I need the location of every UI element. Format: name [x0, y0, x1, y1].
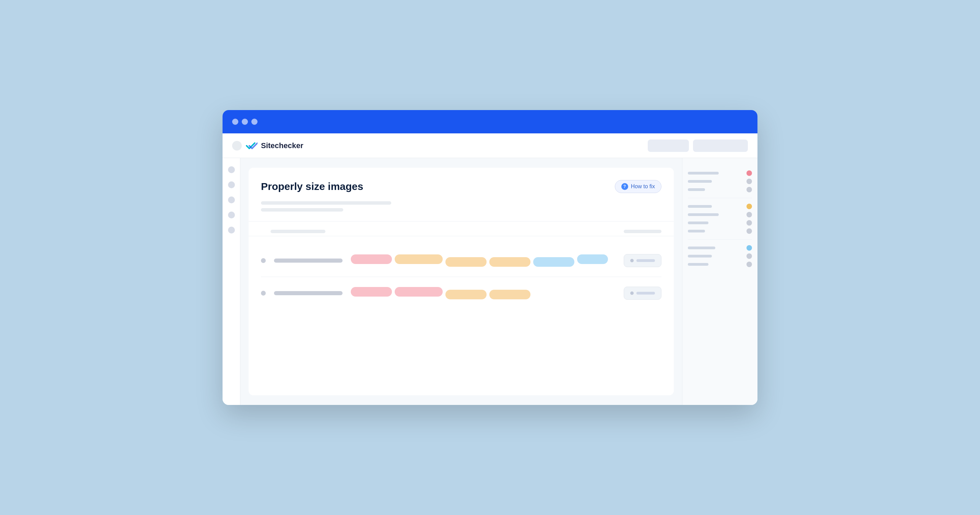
how-to-fix-button[interactable]: ? How to fix	[615, 180, 662, 193]
action-dot-1	[630, 259, 634, 262]
logo-area: Sitechecker	[232, 141, 642, 151]
right-bar	[688, 221, 708, 224]
traffic-light-minimize[interactable]	[242, 119, 248, 125]
right-dot-red	[746, 170, 752, 176]
how-to-fix-label: How to fix	[631, 183, 655, 190]
action-bar-2	[636, 292, 655, 294]
right-dot-orange	[746, 203, 752, 209]
right-section-3	[688, 240, 752, 273]
right-dot-gray	[746, 262, 752, 267]
sidebar-item-4[interactable]	[228, 211, 235, 218]
content-area: Properly size images ? How to fix	[240, 158, 682, 405]
page-title: Properly size images	[261, 181, 363, 192]
right-bar	[688, 246, 715, 249]
toolbar-button-2[interactable]	[693, 140, 748, 152]
sidebar-item-3[interactable]	[228, 197, 235, 203]
right-dot-gray	[746, 253, 752, 259]
right-item	[688, 170, 752, 176]
action-bar-1	[636, 259, 655, 262]
browser-window: Sitechecker Properl	[223, 110, 757, 405]
meta-lines	[261, 201, 662, 211]
row-action-button-1[interactable]	[624, 254, 662, 267]
row-tags-2	[351, 287, 616, 299]
right-bar	[688, 172, 719, 175]
right-panel	[682, 158, 757, 405]
traffic-light-close[interactable]	[232, 119, 238, 125]
right-item	[688, 179, 752, 184]
tag-pink-1	[351, 254, 392, 264]
sidebar	[223, 158, 240, 405]
tag-pink-3	[395, 287, 443, 297]
main-card: Properly size images ? How to fix	[248, 168, 674, 395]
right-item	[688, 262, 752, 267]
browser-titlebar	[223, 110, 757, 134]
divider-2	[248, 236, 674, 236]
logo-circle	[232, 141, 242, 151]
tag-blue-1	[533, 257, 574, 267]
tag-orange-2	[445, 257, 487, 267]
right-bar	[688, 188, 705, 191]
right-item	[688, 187, 752, 192]
table-row	[261, 245, 662, 277]
right-bar	[688, 205, 712, 208]
logo-check	[245, 141, 258, 151]
browser-content: Sitechecker Properl	[223, 134, 757, 405]
traffic-light-maximize[interactable]	[251, 119, 258, 125]
right-bar	[688, 263, 708, 266]
tag-blue-2	[577, 254, 608, 264]
tag-orange-1	[395, 254, 443, 264]
tag-pink-2	[351, 287, 392, 297]
right-section-2	[688, 198, 752, 240]
right-bar	[688, 180, 712, 183]
right-item	[688, 253, 752, 259]
tag-orange-5	[489, 290, 530, 299]
toolbar-buttons	[648, 140, 748, 152]
right-bar	[688, 255, 712, 258]
row-indicator-2	[261, 291, 266, 296]
table-row	[261, 277, 662, 309]
right-dot-blue	[746, 245, 752, 251]
right-dot-gray	[746, 212, 752, 218]
sidebar-item-1[interactable]	[228, 166, 235, 173]
right-bar	[688, 230, 705, 232]
question-icon: ?	[621, 183, 628, 190]
right-dot-gray	[746, 187, 752, 192]
toolbar-button-1[interactable]	[648, 140, 689, 152]
sidebar-item-2[interactable]	[228, 181, 235, 188]
row-label-1	[274, 259, 342, 263]
meta-line-2	[261, 208, 343, 211]
browser-toolbar: Sitechecker	[223, 134, 757, 158]
tag-orange-4	[445, 290, 487, 299]
right-item	[688, 228, 752, 234]
data-rows	[261, 245, 662, 309]
right-dot-gray	[746, 220, 752, 226]
right-dot-gray	[746, 179, 752, 184]
action-dot-2	[630, 291, 634, 295]
right-bar	[688, 213, 719, 216]
right-item	[688, 203, 752, 209]
browser-main: Properly size images ? How to fix	[223, 158, 757, 405]
row-tags-1	[351, 254, 616, 267]
row-indicator-1	[261, 258, 266, 263]
right-item	[688, 220, 752, 226]
tag-orange-3	[489, 257, 530, 267]
right-item	[688, 245, 752, 251]
right-dot-gray	[746, 228, 752, 234]
card-header: Properly size images ? How to fix	[261, 180, 662, 193]
row-label-2	[274, 291, 342, 295]
row-action-button-2[interactable]	[624, 287, 662, 300]
meta-line-1	[261, 201, 391, 205]
logo-text: Sitechecker	[261, 141, 304, 150]
right-item	[688, 212, 752, 218]
divider-1	[248, 221, 674, 221]
traffic-lights	[232, 119, 258, 125]
sidebar-item-5[interactable]	[228, 227, 235, 234]
right-section-1	[688, 165, 752, 198]
